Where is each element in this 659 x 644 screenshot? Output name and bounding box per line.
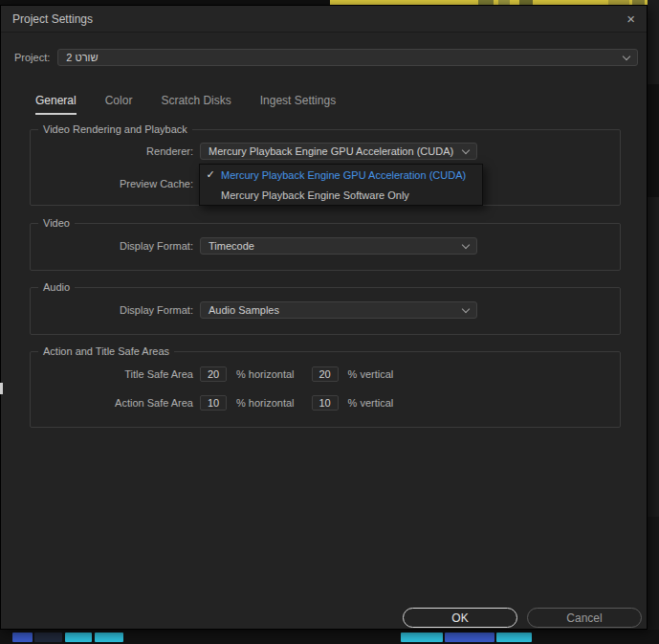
- timeline-clip: [12, 633, 33, 642]
- preview-cache-label: Preview Cache:: [31, 178, 193, 189]
- background-timeline: [0, 630, 659, 644]
- menu-item-software-only[interactable]: Mercury Playback Engine Software Only: [200, 185, 482, 205]
- chevron-down-icon: [462, 145, 470, 153]
- menu-item-label: Mercury Playback Engine Software Only: [221, 189, 409, 201]
- timeline-clip: [401, 633, 443, 642]
- renderer-dropdown-value: Mercury Playback Engine GPU Acceleration…: [209, 145, 453, 157]
- tab-general[interactable]: General: [35, 94, 77, 115]
- action-safe-area-label: Action Safe Area: [31, 397, 193, 409]
- app-background: Project Settings × Project: 2 שורט Gener…: [0, 0, 659, 644]
- timeline-clip: [95, 633, 123, 642]
- action-safe-area-row: Action Safe Area % horizontal % vertical: [31, 394, 620, 411]
- chevron-down-icon: [462, 240, 470, 248]
- title-safe-horizontal-input[interactable]: [200, 366, 227, 382]
- check-icon: ✓: [200, 168, 221, 181]
- project-dropdown[interactable]: 2 שורט: [57, 49, 638, 66]
- tab-color[interactable]: Color: [105, 94, 133, 115]
- menu-item-gpu-cuda[interactable]: ✓ Mercury Playback Engine GPU Accelerati…: [200, 165, 482, 185]
- timeline-clip: [34, 633, 62, 642]
- tab-scratch-disks[interactable]: Scratch Disks: [161, 94, 231, 115]
- action-safe-vertical-input[interactable]: [312, 395, 339, 411]
- tab-ingest-settings[interactable]: Ingest Settings: [260, 94, 336, 115]
- group-video-rendering-label: Video Rendering and Playback: [38, 123, 192, 135]
- audio-display-format-row: Display Format: Audio Samples: [31, 301, 620, 319]
- menu-item-label: Mercury Playback Engine GPU Acceleration…: [221, 169, 466, 181]
- title-safe-vertical-unit: % vertical: [348, 368, 394, 380]
- project-settings-dialog: Project Settings × Project: 2 שורט Gener…: [0, 5, 648, 630]
- action-safe-vertical-unit: % vertical: [348, 397, 394, 409]
- dialog-title: Project Settings: [12, 12, 93, 26]
- renderer-dropdown[interactable]: Mercury Playback Engine GPU Acceleration…: [200, 143, 477, 160]
- close-icon[interactable]: ×: [626, 11, 635, 26]
- title-safe-area-row: Title Safe Area % horizontal % vertical: [31, 366, 620, 383]
- timeline-clip: [445, 633, 494, 642]
- renderer-row: Renderer: Mercury Playback Engine GPU Ac…: [31, 143, 620, 160]
- audio-display-format-label: Display Format:: [31, 304, 193, 316]
- dialog-titlebar[interactable]: Project Settings ×: [1, 6, 647, 33]
- group-video-label: Video: [38, 217, 75, 229]
- group-safe-areas: Action and Title Safe Areas Title Safe A…: [30, 351, 621, 428]
- renderer-label: Renderer:: [31, 145, 193, 157]
- audio-display-format-value: Audio Samples: [209, 304, 279, 316]
- project-label: Project:: [14, 52, 50, 63]
- chevron-down-icon: [462, 304, 470, 312]
- audio-display-format-dropdown[interactable]: Audio Samples: [200, 301, 477, 319]
- video-display-format-label: Display Format:: [31, 240, 193, 252]
- video-display-format-row: Display Format: Timecode: [31, 237, 620, 255]
- cancel-button[interactable]: Cancel: [527, 608, 642, 628]
- group-audio: Audio Display Format: Audio Samples: [30, 287, 621, 335]
- ok-button[interactable]: OK: [403, 608, 517, 628]
- project-row: Project: 2 שורט: [1, 49, 647, 66]
- action-safe-horizontal-input[interactable]: [200, 395, 227, 411]
- project-dropdown-value: 2 שורט: [66, 52, 98, 63]
- video-display-format-value: Timecode: [209, 240, 254, 252]
- timeline-clip: [65, 633, 92, 642]
- title-safe-vertical-input[interactable]: [312, 366, 339, 382]
- title-safe-area-label: Title Safe Area: [31, 368, 193, 380]
- group-safe-areas-label: Action and Title Safe Areas: [38, 345, 174, 357]
- action-safe-horizontal-unit: % horizontal: [236, 397, 295, 409]
- group-video: Video Display Format: Timecode: [30, 223, 621, 271]
- background-right-panel-segment: [648, 517, 659, 630]
- video-display-format-dropdown[interactable]: Timecode: [200, 237, 477, 255]
- background-right-panel-segment: [648, 84, 659, 197]
- title-safe-horizontal-unit: % horizontal: [236, 368, 295, 380]
- group-audio-label: Audio: [38, 281, 75, 293]
- renderer-dropdown-menu: ✓ Mercury Playback Engine GPU Accelerati…: [199, 164, 483, 206]
- chevron-down-icon: [623, 52, 630, 59]
- background-edge-mark: [0, 383, 3, 394]
- timeline-clip: [496, 633, 532, 642]
- tab-bar: General Color Scratch Disks Ingest Setti…: [35, 94, 336, 115]
